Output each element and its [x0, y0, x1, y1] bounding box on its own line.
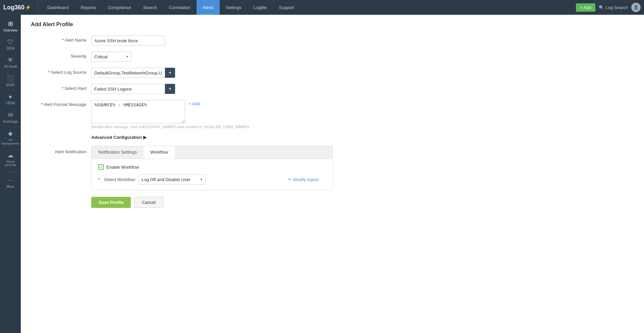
alert-format-textarea[interactable]: %SOURCE% : %MESSAGE% — [91, 100, 185, 123]
select-alert-row: *Select Alert + — [31, 84, 333, 94]
enable-workflow-row: Enable Workflow — [98, 164, 326, 170]
severity-label: Severity — [31, 52, 91, 59]
severity-select[interactable]: Critical High Medium Low Info — [91, 52, 131, 62]
app-logo: Log360 ⚡ — [3, 4, 31, 11]
log-source-control: + — [91, 68, 333, 78]
sidebar-item-ad-audit[interactable]: 👁 AD Audit — [1, 54, 20, 71]
sidebar-item-overview[interactable]: ⊞ Overview — [1, 17, 20, 35]
logo-text: Log360 — [3, 4, 24, 11]
sidebar-divider — [4, 172, 17, 172]
alert-format-row: *Alert Format Message %SOURCE% : %MESSAG… — [31, 100, 333, 129]
notification-content: Enable Workflow * Select Workflow Log Of… — [92, 159, 332, 190]
log-source-row: *Select Log Source + — [31, 68, 333, 78]
workflow-select-input[interactable]: Log Off and Disable User Block IP Quaran… — [139, 174, 206, 184]
add-button[interactable]: + Add — [576, 3, 595, 12]
sidebar-ad-management-label: AD Management — [2, 138, 19, 146]
nav-search[interactable]: Search — [137, 0, 163, 15]
tab-workflow[interactable]: Workflow — [144, 146, 175, 159]
page-title: Add Alert Profile — [31, 21, 634, 27]
alert-name-input[interactable] — [91, 36, 165, 46]
modify-inputs-button[interactable]: ✏ Modify Inputs — [288, 177, 319, 182]
ad-management-icon: ◆ — [8, 130, 13, 137]
tab-notification-settings[interactable]: Notification Settings — [92, 146, 144, 159]
sidebar-cloud-security-label: Cloud Security — [2, 160, 19, 167]
log-source-add-button[interactable]: + — [165, 68, 175, 78]
alert-profile-form: *Alert Name Severity Critical High Me — [31, 36, 333, 208]
user-avatar[interactable]: 👤 — [631, 3, 641, 12]
sidebar-m365-label: M365 — [6, 83, 14, 87]
cloud-security-icon: ☁ — [7, 152, 13, 159]
sidebar-item-more[interactable]: ··· More — [1, 174, 20, 191]
log-source-input-group: + — [91, 68, 333, 78]
alert-notification-label: Alert Notification — [31, 146, 91, 154]
ueba-icon: ● — [9, 93, 12, 100]
log-source-input[interactable] — [91, 68, 165, 78]
enable-workflow-checkbox-label[interactable]: Enable Workflow — [98, 164, 139, 170]
sidebar-siem-label: SIEM — [6, 47, 14, 51]
more-icon: ··· — [8, 177, 13, 184]
workflow-dropdown: Log Off and Disable User Block IP Quaran… — [139, 174, 206, 184]
alert-format-group: %SOURCE% : %MESSAGE% + Add — [91, 100, 333, 123]
nav-reports[interactable]: Reports — [75, 0, 102, 15]
sidebar-more-label: More — [7, 185, 14, 189]
sidebar-item-ueba[interactable]: ● UEBA — [1, 91, 20, 108]
topbar-right: + Add 🔍 Log Search 👤 — [576, 3, 641, 12]
notification-tabs: Notification Settings Workflow — [92, 146, 332, 159]
nav-compliance[interactable]: Compliance — [102, 0, 137, 15]
nav-dashboard[interactable]: Dashboard — [41, 0, 75, 15]
main-layout: ⊞ Overview 🛡 SIEM 👁 AD Audit ⬛ M365 ● UE… — [0, 15, 644, 333]
alert-format-label: *Alert Format Message — [31, 100, 91, 107]
sidebar-overview-label: Overview — [3, 29, 17, 33]
nav-correlation[interactable]: Correlation — [163, 0, 197, 15]
log-search-button[interactable]: 🔍 Log Search — [599, 5, 628, 10]
sidebar-item-m365[interactable]: ⬛ M365 — [1, 72, 20, 90]
siem-icon: 🛡 — [7, 39, 13, 46]
sidebar-ueba-label: UEBA — [6, 101, 15, 105]
topbar: Log360 ⚡ Dashboard Reports Compliance Se… — [0, 0, 644, 15]
nav-alerts[interactable]: Alerts — [197, 0, 220, 15]
select-alert-input[interactable] — [91, 84, 165, 94]
modify-inputs-label: Modify Inputs — [293, 177, 319, 182]
sidebar-item-cloud-security[interactable]: ☁ Cloud Security — [1, 149, 20, 170]
alert-name-control — [91, 36, 333, 46]
severity-dropdown: Critical High Medium Low Info — [91, 52, 131, 62]
required-star: * — [62, 38, 64, 43]
exchange-icon: ✉ — [8, 111, 13, 119]
notification-panel: Notification Settings Workflow Enable Wo… — [91, 146, 333, 190]
logo-spark: ⚡ — [25, 5, 31, 10]
enable-workflow-checkbox[interactable] — [98, 164, 104, 170]
workflow-select-left: * Select Workflow Log Off and Disable Us… — [98, 174, 206, 184]
content-area: Add Alert Profile *Alert Name Severity — [21, 15, 644, 333]
button-row: Save Profile Cancel — [91, 197, 333, 208]
severity-row: Severity Critical High Medium Low Info — [31, 52, 333, 62]
log-search-label: Log Search — [606, 5, 628, 10]
nav-logme[interactable]: LogMe — [248, 0, 273, 15]
nav-settings[interactable]: Settings — [220, 0, 248, 15]
log-source-label: *Select Log Source — [31, 68, 91, 75]
alert-format-add-link[interactable]: + Add — [189, 101, 200, 106]
sidebar-item-exchange[interactable]: ✉ Exchange — [1, 109, 20, 126]
overview-icon: ⊞ — [8, 20, 13, 27]
advanced-config-toggle[interactable]: Advanced Configuration ▶ — [91, 135, 333, 140]
select-alert-input-group: + — [91, 84, 333, 94]
nav-separator — [38, 3, 38, 12]
search-icon: 🔍 — [599, 5, 604, 10]
cancel-button[interactable]: Cancel — [134, 197, 163, 208]
select-alert-label: *Select Alert — [31, 84, 91, 91]
select-workflow-label: Select Workflow — [104, 177, 135, 182]
alert-notification-row: Alert Notification Notification Settings… — [31, 146, 333, 190]
alert-name-label: *Alert Name — [31, 36, 91, 43]
alert-format-control: %SOURCE% : %MESSAGE% + Add Sample Alert … — [91, 100, 333, 129]
m365-icon: ⬛ — [7, 75, 14, 82]
select-alert-add-button[interactable]: + — [165, 84, 175, 94]
sidebar-ad-audit-label: AD Audit — [4, 65, 17, 69]
sidebar-item-ad-management[interactable]: ◆ AD Management — [1, 127, 20, 148]
alert-name-row: *Alert Name — [31, 36, 333, 46]
select-alert-control: + — [91, 84, 333, 94]
nav-support[interactable]: Support — [273, 0, 301, 15]
workflow-select-row: * Select Workflow Log Off and Disable Us… — [98, 174, 326, 184]
sidebar-exchange-label: Exchange — [3, 120, 18, 124]
severity-control: Critical High Medium Low Info — [91, 52, 333, 62]
sidebar-item-siem[interactable]: 🛡 SIEM — [1, 36, 20, 53]
save-profile-button[interactable]: Save Profile — [91, 197, 131, 208]
